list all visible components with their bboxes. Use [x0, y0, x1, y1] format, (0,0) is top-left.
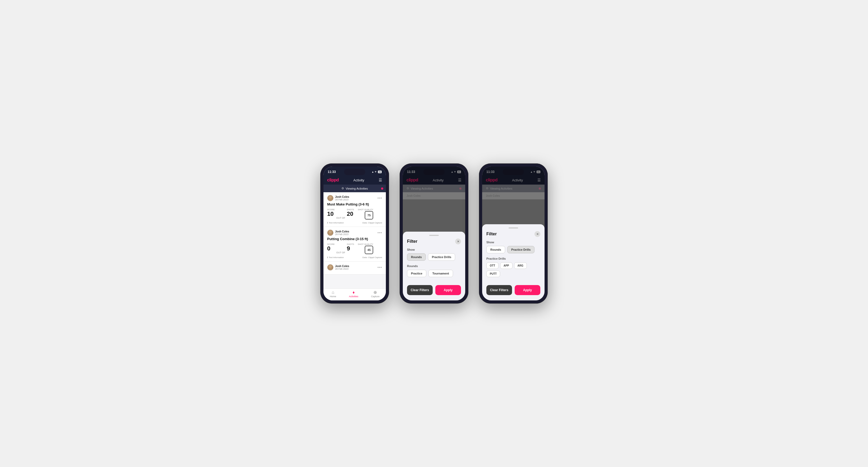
activity-title-1: Must Make Putting (3-6 ft) — [327, 202, 382, 206]
nav-item-home[interactable]: ⌂ Home — [330, 290, 336, 298]
user-date-2: 28 Feb 2023 — [335, 233, 349, 236]
phone-1-screen: 11:33 ▲ ᯤ 31 clippd Activity ☰ ⚙ Viewing… — [323, 166, 386, 301]
card-header-3: Josh Coles 28 Feb 2023 ••• — [327, 264, 382, 271]
user-details-3: Josh Coles 28 Feb 2023 — [335, 265, 349, 270]
filter-overlay-2: Filter ✕ Show Rounds Practice Drills Rou… — [403, 166, 465, 301]
drill-buttons-3: OTT APP ARG PUTT — [486, 262, 540, 277]
user-info-3: Josh Coles 28 Feb 2023 — [327, 264, 349, 271]
clear-filters-btn-2[interactable]: Clear Filters — [407, 285, 433, 295]
home-icon: ⌂ — [332, 290, 334, 294]
practice-drills-btn-3[interactable]: Practice Drills — [507, 246, 534, 253]
nav-item-capture[interactable]: ⊕ Capture — [371, 290, 379, 298]
practice-drills-btn-2[interactable]: Practice Drills — [428, 253, 455, 261]
capture-label: Capture — [371, 295, 379, 298]
ott-btn[interactable]: OTT — [486, 262, 499, 269]
viewing-banner-1[interactable]: ⚙ Viewing Activities — [323, 185, 386, 192]
shots-value-1: 20 — [347, 211, 354, 217]
activities-icon: ♦ — [352, 290, 355, 294]
logo-1: clippd — [327, 178, 339, 183]
filter-modal-2: Filter ✕ Show Rounds Practice Drills Rou… — [403, 232, 465, 301]
shot-quality-badge-2: 45 — [365, 246, 373, 254]
activity-card-2: Josh Coles 28 Feb 2023 ••• Putting Combi… — [323, 227, 386, 261]
app-btn[interactable]: APP — [500, 262, 513, 269]
test-info-2: ℹ Test Information — [327, 256, 344, 259]
user-details-1: Josh Coles 28 Feb 2023 — [335, 195, 349, 201]
nav-item-activities[interactable]: ♦ Activities — [349, 290, 359, 298]
viewing-banner-text-1: Viewing Activities — [346, 187, 368, 190]
phone-1: 11:33 ▲ ᯤ 31 clippd Activity ☰ ⚙ Viewing… — [320, 163, 389, 304]
practice-round-btn-2[interactable]: Practice — [407, 270, 426, 277]
stats-row-1: Score 10 OUT OF Shots 20 Shot Quality 75 — [327, 208, 382, 220]
info-icon-2: ℹ — [327, 256, 328, 259]
svg-point-2 — [329, 231, 331, 233]
more-dots-2[interactable]: ••• — [377, 230, 382, 235]
shot-quality-label-1: Shot Quality — [358, 208, 373, 211]
score-value-1: 10 — [327, 211, 335, 217]
svg-point-5 — [328, 268, 333, 271]
hamburger-icon-1[interactable]: ☰ — [379, 178, 382, 182]
user-info-1: Josh Coles 28 Feb 2023 — [327, 195, 349, 201]
clear-filters-btn-3[interactable]: Clear Filters — [486, 285, 512, 295]
putt-btn[interactable]: PUTT — [486, 271, 500, 277]
capture-icon: ⊕ — [373, 290, 377, 294]
filter-modal-3: Filter ✕ Show Rounds Practice Drills Pra… — [482, 224, 545, 301]
nav-title-1: Activity — [353, 178, 364, 182]
data-source-1: Data: Clippd Capture — [362, 222, 382, 224]
signal-icon: ▲ — [372, 170, 374, 173]
show-label-2: Show — [407, 248, 461, 251]
filter-header-3: Filter ✕ — [486, 231, 540, 237]
card-footer-1: ℹ Test Information Data: Clippd Capture — [327, 222, 382, 224]
rounds-btn-2[interactable]: Rounds — [407, 253, 426, 261]
show-label-3: Show — [486, 241, 540, 244]
filter-handle-2 — [429, 235, 439, 236]
more-dots-1[interactable]: ••• — [377, 196, 382, 200]
phone-3-screen: 11:33 ▲ ᯤ 31 clippd Activity ☰ ⚙ Viewing… — [482, 166, 545, 301]
svg-point-0 — [329, 196, 331, 198]
data-source-2: Data: Clippd Capture — [362, 256, 382, 259]
user-info-2: Josh Coles 28 Feb 2023 — [327, 229, 349, 236]
filter-close-2[interactable]: ✕ — [455, 239, 461, 244]
content-1: Josh Coles 28 Feb 2023 ••• Must Make Put… — [323, 192, 386, 288]
user-name-2: Josh Coles — [335, 230, 349, 233]
shots-group-2: Shots 9 — [347, 243, 354, 251]
time-1: 11:33 — [328, 170, 336, 174]
filter-title-3: Filter — [486, 232, 497, 237]
shot-quality-label-2: Shot Quality — [358, 243, 373, 245]
card-footer-2: ℹ Test Information Data: Clippd Capture — [327, 256, 382, 259]
apply-btn-3[interactable]: Apply — [515, 285, 540, 295]
phone-2-screen: 11:33 ▲ ᯤ 31 clippd Activity ☰ ⚙ Viewing… — [403, 166, 465, 301]
activity-title-2: Putting Combine (3-15 ft) — [327, 237, 382, 241]
avatar-img-1 — [328, 195, 333, 201]
filter-header-2: Filter ✕ — [407, 239, 461, 244]
info-icon-1: ℹ — [327, 222, 328, 224]
avatar-img-2 — [328, 230, 333, 236]
stats-row-2: Score 0 OUT OF Shots 9 Shot Quality 45 — [327, 243, 382, 255]
practice-drills-label-3: Practice Drills — [486, 257, 540, 260]
avatar-1 — [327, 195, 334, 201]
apply-btn-2[interactable]: Apply — [435, 285, 461, 295]
filter-actions-2: Clear Filters Apply — [407, 285, 461, 295]
nav-header-1: clippd Activity ☰ — [323, 176, 386, 185]
activity-card-3: Josh Coles 28 Feb 2023 ••• — [323, 261, 386, 275]
tournament-btn-2[interactable]: Tournament — [429, 270, 453, 277]
out-of-2: OUT OF — [336, 251, 345, 255]
show-buttons-3: Rounds Practice Drills — [486, 246, 540, 253]
avatar-2 — [327, 229, 334, 236]
shots-group-1: Shots 20 — [347, 208, 354, 217]
dynamic-island-1 — [344, 169, 365, 175]
more-dots-3[interactable]: ••• — [377, 265, 382, 270]
avatar-img-3 — [328, 264, 333, 270]
arg-btn[interactable]: ARG — [514, 262, 527, 269]
filter-backdrop-2[interactable] — [403, 166, 465, 232]
card-header-1: Josh Coles 28 Feb 2023 ••• — [327, 195, 382, 201]
filter-close-3[interactable]: ✕ — [534, 231, 540, 237]
svg-point-1 — [328, 199, 333, 201]
phones-container: 11:33 ▲ ᯤ 31 clippd Activity ☰ ⚙ Viewing… — [320, 163, 548, 304]
shots-value-2: 9 — [347, 246, 354, 251]
test-info-1: ℹ Test Information — [327, 222, 344, 224]
filter-backdrop-3[interactable] — [482, 166, 545, 224]
phone-2: 11:33 ▲ ᯤ 31 clippd Activity ☰ ⚙ Viewing… — [400, 163, 468, 304]
rounds-btn-3[interactable]: Rounds — [486, 246, 505, 253]
shot-quality-group-2: Shot Quality 45 — [358, 243, 373, 255]
user-name-3: Josh Coles — [335, 265, 349, 268]
